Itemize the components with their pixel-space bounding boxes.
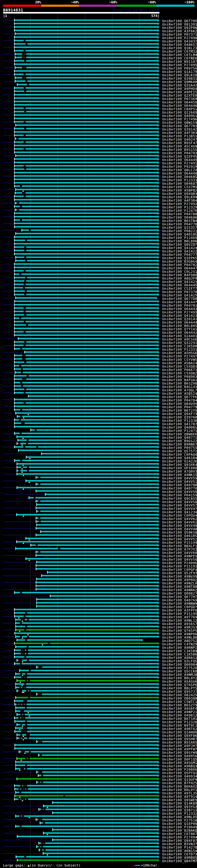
hit-bar[interactable] [41,531,158,532]
hit-bar[interactable] [14,148,158,150]
hit-bar[interactable] [53,829,158,831]
hit-bar[interactable] [36,521,158,522]
hit-bar[interactable] [37,846,158,847]
hit-bar[interactable] [14,324,158,326]
hit-bar[interactable] [36,490,158,492]
hit-bar[interactable] [17,416,158,417]
hit-bar[interactable] [16,826,158,827]
hit-bar[interactable] [14,152,158,153]
hit-bar[interactable] [14,433,158,434]
hit-bar[interactable] [37,606,158,607]
hit-bar[interactable] [53,812,158,813]
hit-bar[interactable] [14,284,158,285]
hit-bar[interactable] [14,43,158,45]
hit-bar[interactable] [14,294,158,295]
hit-bar[interactable] [14,175,158,177]
hit-bar[interactable] [15,192,158,194]
hit-bar[interactable] [14,355,158,356]
hit-bar[interactable] [15,138,158,140]
hit-bar[interactable] [14,389,158,390]
hit-bar[interactable] [18,338,158,339]
hit-bar[interactable] [14,134,158,136]
hit-bar[interactable] [16,636,158,638]
hit-bar[interactable] [14,104,158,105]
hit-bar[interactable] [14,97,158,99]
hit-bar[interactable] [14,348,158,349]
hit-bar[interactable] [14,426,158,427]
hit-bar[interactable] [53,802,158,803]
hit-bar[interactable] [39,849,158,851]
hit-bar[interactable] [14,121,158,123]
hit-bar[interactable] [14,446,158,448]
hit-bar[interactable] [36,568,158,570]
hit-bar[interactable] [17,466,158,468]
hit-bar[interactable] [15,81,158,82]
hit-bar[interactable] [14,219,158,221]
hit-bar[interactable] [14,128,158,129]
hit-bar[interactable] [14,118,158,119]
hit-bar[interactable] [16,768,158,770]
hit-bar[interactable] [14,609,158,610]
hit-bar[interactable] [15,33,158,34]
hit-bar[interactable] [36,477,158,478]
hit-bar[interactable] [14,304,158,305]
hit-bar[interactable] [17,680,158,681]
hit-bar[interactable] [16,765,158,766]
hit-bar[interactable] [17,514,158,516]
hit-bar[interactable] [14,240,158,241]
hit-bar[interactable] [14,253,158,255]
hit-bar[interactable] [14,199,158,200]
hit-bar[interactable] [14,91,158,92]
hit-bar[interactable] [14,263,158,265]
hit-bar[interactable] [53,839,158,841]
hit-bar[interactable] [17,436,158,438]
hit-bar[interactable] [17,541,158,542]
hit-bar[interactable] [14,321,158,322]
hit-bar[interactable] [14,700,158,702]
hit-bar[interactable] [37,781,158,783]
hit-bar[interactable] [16,727,158,729]
hit-bar[interactable] [16,792,158,793]
hit-bar[interactable] [37,524,158,526]
hit-bar[interactable] [14,101,158,102]
hit-bar[interactable] [15,57,158,58]
hit-bar[interactable] [14,314,158,316]
hit-bar[interactable] [41,575,158,577]
hit-bar[interactable] [14,375,158,377]
hit-bar[interactable] [14,382,158,383]
hit-bar[interactable] [14,663,158,664]
hit-bar[interactable] [14,243,158,245]
hit-bar[interactable] [17,487,158,488]
hit-bar[interactable] [14,331,158,333]
hit-bar[interactable] [16,548,158,549]
hit-bar[interactable] [14,405,158,407]
hit-bar[interactable] [37,693,158,695]
hit-bar[interactable] [17,470,158,471]
hit-bar[interactable] [14,677,158,678]
hit-bar[interactable] [14,182,158,184]
hit-bar[interactable] [17,778,158,780]
hit-bar[interactable] [26,537,158,539]
hit-bar[interactable] [19,751,158,752]
hit-bar[interactable] [39,842,158,844]
hit-bar[interactable] [16,233,158,234]
hit-bar[interactable] [17,714,158,715]
hit-bar[interactable] [14,46,158,48]
hit-bar[interactable] [14,185,158,187]
hit-bar[interactable] [14,362,158,363]
hit-bar[interactable] [15,53,158,55]
hit-bar[interactable] [16,761,158,763]
hit-bar[interactable] [16,622,158,624]
hit-bar[interactable] [14,280,158,282]
hit-bar[interactable] [14,592,158,593]
hit-bar[interactable] [14,392,158,394]
hit-bar[interactable] [36,484,158,485]
hit-bar[interactable] [43,832,158,834]
hit-bar[interactable] [14,20,158,21]
hit-bar[interactable] [14,63,158,65]
hit-bar[interactable] [18,439,158,441]
hit-bar[interactable] [38,775,158,776]
hit-bar[interactable] [14,656,158,658]
hit-bar[interactable] [17,738,158,739]
hit-bar[interactable] [14,26,158,28]
